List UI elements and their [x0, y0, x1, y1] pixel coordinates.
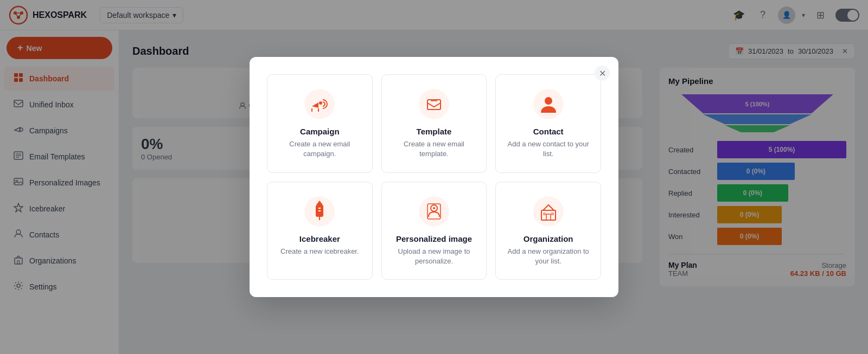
organization-icon	[505, 195, 592, 228]
svg-point-44	[419, 89, 449, 119]
modal-card-campaign[interactable]: Campaign Create a new email campaign.	[267, 74, 373, 172]
campaign-icon	[276, 88, 363, 120]
svg-point-41	[319, 101, 322, 105]
personalized-image-title: Personalized image	[391, 234, 478, 243]
organization-title: Organization	[505, 234, 592, 243]
svg-rect-62	[543, 213, 546, 215]
campaign-title: Campaign	[276, 127, 363, 136]
organization-desc: Add a new organization to your list.	[505, 247, 592, 266]
modal-close-button[interactable]: ✕	[595, 66, 610, 81]
personalized-image-desc: Upload a new image to personalize.	[391, 247, 478, 266]
template-title: Template	[391, 127, 478, 136]
contact-desc: Add a new contact to your list.	[505, 139, 592, 159]
modal-card-contact[interactable]: Contact Add a new contact to your list.	[495, 74, 601, 172]
modal-card-organization[interactable]: Organization Add a new organization to y…	[495, 182, 601, 280]
icebreaker-modal-title: Icebreaker	[276, 234, 363, 243]
template-desc: Create a new email template.	[391, 139, 478, 159]
modal-card-template[interactable]: Template Create a new email template.	[381, 74, 487, 172]
contact-icon	[505, 88, 592, 120]
svg-point-48	[545, 97, 552, 105]
modal-grid: Campaign Create a new email campaign. Te…	[267, 74, 601, 280]
contact-title: Contact	[505, 127, 592, 136]
modal-overlay[interactable]: ✕ Campaign Create a new email cam	[0, 0, 868, 354]
svg-point-57	[433, 207, 435, 209]
new-item-modal: ✕ Campaign Create a new email cam	[250, 57, 618, 297]
icebreaker-modal-icon	[276, 195, 363, 228]
svg-point-59	[533, 196, 564, 227]
template-icon	[391, 88, 478, 120]
personalized-image-icon	[391, 195, 478, 228]
modal-card-icebreaker[interactable]: Icebreaker Create a new icebreaker.	[267, 182, 373, 280]
campaign-desc: Create a new email campaign.	[276, 139, 363, 159]
svg-rect-63	[551, 213, 554, 215]
modal-card-personalized-image[interactable]: Personalized image Upload a new image to…	[381, 182, 487, 280]
icebreaker-modal-desc: Create a new icebreaker.	[276, 247, 363, 256]
